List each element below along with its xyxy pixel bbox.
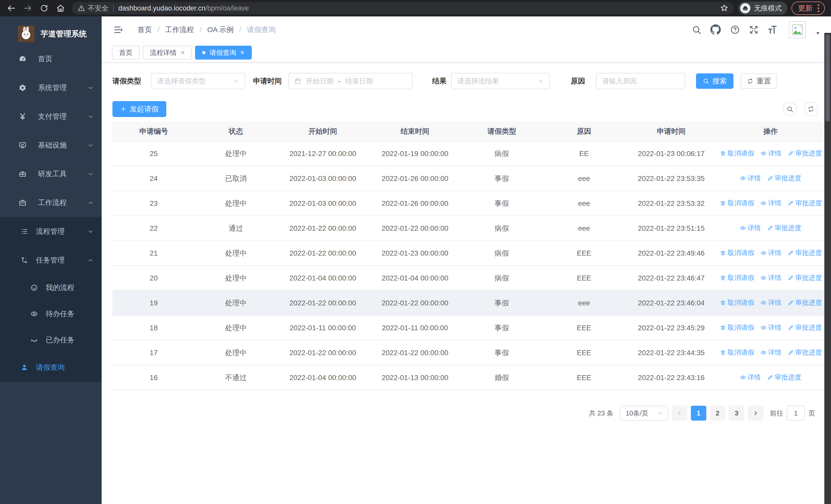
browser-reload-button[interactable]	[39, 3, 49, 13]
cancel-leave-link[interactable]: 取消请假	[720, 348, 754, 357]
detail-link[interactable]: 详情	[761, 199, 781, 208]
tab-首页[interactable]: 首页	[112, 46, 140, 60]
user-icon	[21, 364, 28, 371]
reason-input[interactable]	[602, 77, 679, 85]
sidebar-item-task-mgr[interactable]: 任务管理	[0, 246, 102, 274]
cancel-leave-link[interactable]: 取消请假	[720, 323, 754, 332]
page-button-2[interactable]: 2	[710, 406, 725, 421]
sidebar-item-home[interactable]: 首页	[0, 45, 102, 73]
detail-link[interactable]: 详情	[740, 174, 761, 183]
cell-status: 处理中	[195, 266, 277, 291]
app-logo[interactable]: 芋道管理系统	[0, 17, 102, 45]
home-icon	[56, 3, 65, 13]
user-avatar[interactable]	[789, 21, 806, 38]
header-search-button[interactable]	[691, 25, 701, 35]
next-page-button[interactable]	[748, 406, 763, 421]
table-row: 19处理中2022-01-22 00:00:002022-01-22 00:00…	[112, 291, 824, 316]
approval-progress-link[interactable]: 审批进度	[787, 323, 822, 332]
create-leave-button[interactable]: 发起请假	[112, 101, 166, 117]
browser-update-button[interactable]: 更新	[792, 2, 825, 15]
detail-link[interactable]: 详情	[761, 149, 781, 158]
approval-progress-link[interactable]: 审批进度	[787, 199, 822, 208]
sidebar-item-done-task[interactable]: 已办任务	[0, 327, 102, 353]
approval-progress-link[interactable]: 审批进度	[787, 149, 822, 158]
date-range-picker[interactable]: 开始日期 - 结束日期	[288, 73, 413, 89]
close-icon[interactable]: ×	[181, 49, 185, 56]
sidebar-collapse-button[interactable]	[113, 25, 123, 35]
detail-link[interactable]: 详情	[761, 348, 781, 357]
result-select[interactable]: 请选择流结果	[451, 73, 550, 89]
cancel-leave-link[interactable]: 取消请假	[720, 248, 754, 257]
font-size-button[interactable]	[767, 25, 778, 35]
chevron-down-icon	[658, 410, 664, 416]
cancel-leave-link[interactable]: 取消请假	[720, 298, 754, 307]
sidebar-item-workflow[interactable]: 工作流程	[0, 188, 102, 217]
help-button[interactable]	[730, 25, 740, 35]
sidebar-item-my-process[interactable]: 我的流程	[0, 274, 102, 301]
eye-icon	[740, 225, 746, 231]
browser-back-button[interactable]	[6, 3, 17, 13]
cell-status: 处理中	[195, 316, 277, 340]
approval-progress-link[interactable]: 审批进度	[767, 224, 801, 233]
bookmark-star-icon[interactable]	[720, 4, 729, 13]
cell-leave-type: 事假	[461, 291, 542, 316]
github-link[interactable]	[710, 24, 721, 35]
sidebar-item-devtools[interactable]: 研发工具	[0, 159, 102, 188]
browser-forward-button[interactable]	[23, 3, 33, 13]
reset-button[interactable]: 重置	[741, 73, 777, 89]
page-button-3[interactable]: 3	[729, 406, 744, 421]
approval-progress-link[interactable]: 审批进度	[787, 248, 822, 257]
goto-page-input[interactable]	[787, 406, 805, 421]
detail-link[interactable]: 详情	[761, 323, 781, 332]
breadcrumb-item[interactable]: 工作流程	[165, 25, 194, 35]
tab-请假查询[interactable]: 请假查询×	[195, 46, 252, 60]
browser-home-button[interactable]	[55, 3, 66, 13]
close-icon[interactable]: ×	[240, 49, 244, 56]
cancel-leave-link[interactable]: 取消请假	[720, 273, 754, 282]
scrollbar-thumb[interactable]	[826, 34, 830, 122]
sidebar-item-process-mgr[interactable]: 流程管理	[0, 217, 102, 246]
cell-actions: 详情审批进度	[717, 216, 824, 241]
tab-流程详情[interactable]: 流程详情×	[143, 46, 192, 60]
detail-link[interactable]: 详情	[761, 273, 781, 282]
sidebar-item-leave-query[interactable]: 请假查询	[0, 353, 102, 382]
table-refresh-button[interactable]	[804, 102, 818, 116]
cancel-leave-link[interactable]: 取消请假	[720, 199, 754, 208]
sidebar-item-payment[interactable]: 支付管理	[0, 102, 102, 131]
avatar-dropdown-caret-icon[interactable]	[815, 30, 821, 36]
sidebar-item-todo-task[interactable]: 待办任务	[0, 301, 102, 327]
approval-progress-link[interactable]: 审批进度	[787, 298, 822, 307]
eye-icon	[761, 350, 767, 356]
cell-start-time: 2022-01-04 00:00:00	[277, 266, 369, 291]
cell-apply-time: 2022-01-22 23:51:15	[626, 216, 717, 241]
table-search-toggle-button[interactable]	[783, 102, 797, 116]
address-bar[interactable]: 不安全 dashboard.yudao.iocoder.cn/bpm/oa/le…	[72, 2, 734, 14]
cancel-leave-link[interactable]: 取消请假	[720, 149, 754, 158]
approval-progress-link[interactable]: 审批进度	[767, 373, 801, 382]
browser-menu-icon[interactable]	[818, 4, 819, 12]
workflow-submenu: 流程管理任务管理我的流程待办任务已办任务请假查询	[0, 217, 102, 382]
sidebar-item-system[interactable]: 系统管理	[0, 73, 102, 102]
prev-page-button[interactable]	[672, 406, 687, 421]
sidebar-item-infra[interactable]: 基础设施	[0, 131, 102, 159]
approval-progress-link[interactable]: 审批进度	[787, 273, 822, 282]
detail-link[interactable]: 详情	[740, 224, 761, 233]
fullscreen-button[interactable]	[749, 25, 758, 35]
refresh-icon	[807, 106, 814, 113]
chevron-down-icon	[87, 84, 94, 91]
page-size-select[interactable]: 10条/页	[620, 406, 668, 421]
breadcrumb-item[interactable]: 首页	[138, 25, 152, 35]
breadcrumb-item[interactable]: OA 示例	[207, 25, 234, 35]
page-button-1[interactable]: 1	[691, 406, 706, 421]
leave-type-select[interactable]: 请选择请假类型	[151, 73, 245, 89]
detail-link[interactable]: 详情	[761, 248, 781, 257]
cell-reason: EEE	[542, 266, 626, 291]
edit-icon	[787, 350, 794, 356]
detail-link[interactable]: 详情	[761, 298, 781, 307]
detail-link[interactable]: 详情	[740, 373, 761, 382]
github-icon	[710, 24, 721, 35]
page-scrollbar[interactable]	[824, 33, 831, 504]
search-button[interactable]: 搜索	[696, 73, 734, 89]
approval-progress-link[interactable]: 审批进度	[767, 174, 801, 183]
approval-progress-link[interactable]: 审批进度	[787, 348, 822, 357]
